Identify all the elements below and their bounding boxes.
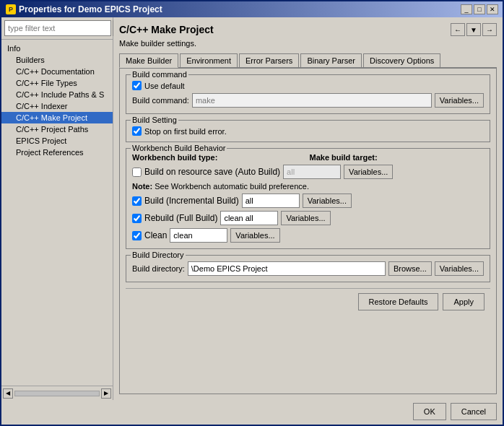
tab-make-builder[interactable]: Make Builder [119, 53, 178, 68]
sidebar-item-includes[interactable]: C/C++ Include Paths & S [1, 89, 113, 100]
panel-subtitle: Make builder settings. [119, 39, 497, 48]
full-build-row: Rebuild (Full Build) Variables... [132, 211, 484, 225]
stop-on-error-checkbox[interactable] [132, 126, 142, 136]
close-button[interactable]: ✕ [487, 4, 498, 14]
stop-on-error-label: Stop on first build error. [144, 127, 227, 136]
build-command-row: Build command: Variables... [132, 93, 484, 108]
apply-button[interactable]: Apply [443, 293, 485, 310]
incremental-build-input[interactable] [242, 194, 300, 208]
main-window: P Properties for Demo EPICS Project _ □ … [0, 0, 504, 426]
build-command-legend: Build command [131, 70, 188, 79]
minimize-button[interactable]: _ [461, 4, 472, 14]
auto-build-input [283, 165, 341, 179]
titlebar-left: P Properties for Demo EPICS Project [6, 4, 162, 14]
auto-build-row: Build on resource save (Auto Build) Vari… [132, 165, 484, 179]
tree-area: Info Builders C/C++ Documentation C/C++ … [1, 40, 113, 386]
nav-dropdown-button[interactable]: ▼ [466, 23, 481, 36]
build-dir-label: Build directory: [132, 264, 185, 273]
panel-title: C/C++ Make Project [119, 24, 214, 35]
restore-apply-row: Restore Defaults Apply [126, 288, 490, 315]
clean-variables-button[interactable]: Variables... [230, 228, 279, 243]
use-default-label: Use default [144, 82, 185, 90]
build-directory-legend: Build Directory [131, 251, 186, 259]
auto-build-label: Build on resource save (Auto Build) [144, 167, 280, 177]
main-content: ▼ Info Builders C/C++ Documentation C/C+… [1, 17, 503, 400]
browse-button[interactable]: Browse... [388, 261, 432, 276]
full-build-checkbox[interactable] [132, 214, 142, 223]
sidebar-item-indexer[interactable]: C/C++ Indexer [1, 100, 113, 112]
right-panel: C/C++ Make Project ← ▼ → Make builder se… [113, 17, 503, 400]
tab-error-parsers[interactable]: Error Parsers [239, 53, 299, 67]
auto-build-checkbox[interactable] [132, 168, 142, 177]
ok-button[interactable]: OK [413, 403, 446, 420]
titlebar-buttons: _ □ ✕ [461, 4, 498, 14]
workbench-build-section: Workbench Build Behavior Workbench build… [126, 148, 490, 249]
build-command-label: Build command: [132, 96, 189, 105]
full-build-variables-button[interactable]: Variables... [281, 211, 330, 225]
search-input[interactable] [4, 20, 111, 36]
auto-build-variables-button[interactable]: Variables... [344, 165, 393, 179]
sidebar-item-info[interactable]: Info [1, 43, 113, 54]
build-command-section: Build command Use default Build command:… [126, 74, 490, 114]
sidebar: ▼ Info Builders C/C++ Documentation C/C+… [1, 17, 113, 400]
sidebar-item-epics[interactable]: EPICS Project [1, 135, 113, 147]
build-command-variables-button[interactable]: Variables... [435, 93, 484, 108]
use-default-checkbox[interactable] [132, 81, 142, 90]
titlebar: P Properties for Demo EPICS Project _ □ … [1, 1, 503, 17]
tab-content: Build command Use default Build command:… [119, 68, 497, 394]
window-footer: OK Cancel [1, 400, 503, 425]
tabs-container: Make Builder Environment Error Parsers B… [119, 53, 497, 68]
build-dir-input[interactable] [188, 261, 386, 276]
scroll-left-button[interactable]: ◀ [3, 388, 13, 399]
build-type-label: Workbench build type: [132, 153, 307, 162]
build-directory-section: Build Directory Build directory: Browse.… [126, 255, 490, 282]
build-setting-section: Build Setting Stop on first build error. [126, 120, 490, 142]
use-default-row: Use default [132, 81, 484, 90]
build-dir-variables-button[interactable]: Variables... [435, 261, 484, 276]
workbench-build-legend: Workbench Build Behavior [131, 144, 227, 152]
window-icon: P [6, 4, 16, 14]
sidebar-scrollbar: ◀ ▶ [1, 386, 113, 400]
incremental-build-row: Build (Incremental Build) Variables... [132, 194, 484, 208]
incremental-build-label: Build (Incremental Build) [144, 196, 239, 206]
incremental-build-variables-button[interactable]: Variables... [303, 194, 352, 208]
workbench-labels-row: Workbench build type: Make build target: [132, 153, 484, 162]
panel-header: C/C++ Make Project ← ▼ → [119, 23, 497, 36]
clean-label: Clean [144, 230, 167, 240]
build-command-input[interactable] [192, 93, 432, 108]
nav-back-button[interactable]: ← [451, 23, 465, 36]
restore-defaults-button[interactable]: Restore Defaults [358, 293, 439, 310]
nav-forward-button[interactable]: → [482, 23, 497, 36]
clean-row: Clean Variables... [132, 228, 484, 243]
sidebar-item-projectrefs[interactable]: Project References [1, 147, 113, 158]
sidebar-item-projectpaths[interactable]: C/C++ Project Paths [1, 123, 113, 135]
sidebar-item-cppdoc[interactable]: C/C++ Documentation [1, 66, 113, 77]
build-setting-legend: Build Setting [131, 116, 178, 124]
build-directory-row: Build directory: Browse... Variables... [132, 261, 484, 276]
sidebar-item-makeproject[interactable]: C/C++ Make Project [1, 112, 113, 123]
sidebar-item-filetype[interactable]: C/C++ File Types [1, 77, 113, 89]
tab-binary-parser[interactable]: Binary Parser [300, 53, 362, 67]
tab-discovery-options[interactable]: Discovery Options [363, 53, 440, 67]
tab-environment[interactable]: Environment [180, 53, 238, 67]
sidebar-item-builders[interactable]: Builders [1, 54, 113, 66]
cancel-button[interactable]: Cancel [451, 403, 497, 420]
maximize-button[interactable]: □ [474, 4, 485, 14]
full-build-input[interactable] [220, 211, 278, 225]
scroll-track[interactable] [14, 391, 100, 396]
scroll-right-button[interactable]: ▶ [101, 388, 111, 399]
panel-nav: ← ▼ → [451, 23, 497, 36]
full-build-label: Rebuild (Full Build) [144, 213, 217, 223]
make-target-label: Make build target: [310, 153, 485, 162]
stop-on-error-row: Stop on first build error. [132, 126, 484, 136]
clean-checkbox[interactable] [132, 231, 142, 240]
window-title: Properties for Demo EPICS Project [19, 4, 162, 14]
note-bold: Note: [132, 182, 152, 191]
note-row: Note: See Workbench automatic build pref… [132, 182, 484, 191]
filter-row: ▼ [1, 17, 113, 40]
note-text: See Workbench automatic build preference… [155, 182, 309, 191]
clean-input[interactable] [170, 228, 227, 243]
incremental-build-checkbox[interactable] [132, 196, 142, 206]
